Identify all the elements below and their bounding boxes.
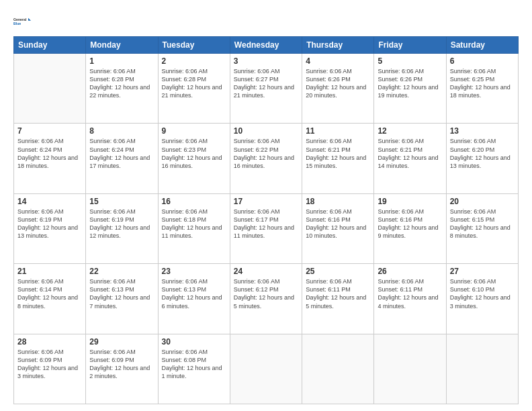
day-number: 25	[306, 267, 370, 276]
calendar-cell: 7Sunrise: 6:06 AMSunset: 6:24 PMDaylight…	[14, 124, 86, 193]
calendar-cell: 4Sunrise: 6:06 AMSunset: 6:26 PMDaylight…	[302, 54, 374, 124]
cell-sun-info: Sunrise: 6:06 AMSunset: 6:15 PMDaylight:…	[450, 208, 515, 240]
cell-sun-info: Sunrise: 6:06 AMSunset: 6:12 PMDaylight:…	[234, 277, 298, 310]
calendar-cell: 14Sunrise: 6:06 AMSunset: 6:19 PMDayligh…	[14, 193, 86, 263]
calendar-cell: 12Sunrise: 6:06 AMSunset: 6:21 PMDayligh…	[374, 124, 446, 193]
day-number: 1	[89, 56, 154, 66]
cell-sun-info: Sunrise: 6:06 AMSunset: 6:24 PMDaylight:…	[89, 137, 154, 170]
calendar-cell: 25Sunrise: 6:06 AMSunset: 6:11 PMDayligh…	[302, 264, 374, 334]
day-number: 29	[89, 337, 154, 347]
day-number: 7	[17, 126, 82, 136]
day-number: 17	[234, 197, 298, 206]
calendar-cell: 19Sunrise: 6:06 AMSunset: 6:16 PMDayligh…	[374, 193, 446, 263]
cell-sun-info: Sunrise: 6:06 AMSunset: 6:14 PMDaylight:…	[17, 277, 82, 310]
cell-sun-info: Sunrise: 6:06 AMSunset: 6:28 PMDaylight:…	[162, 67, 226, 100]
cell-sun-info: Sunrise: 6:06 AMSunset: 6:09 PMDaylight:…	[89, 348, 154, 381]
day-number: 5	[378, 56, 442, 66]
day-number: 8	[89, 126, 154, 136]
calendar-cell: 24Sunrise: 6:06 AMSunset: 6:12 PMDayligh…	[230, 264, 302, 334]
calendar-cell: 28Sunrise: 6:06 AMSunset: 6:09 PMDayligh…	[14, 334, 86, 404]
weekday-header-friday: Friday	[374, 37, 446, 54]
cell-sun-info: Sunrise: 6:06 AMSunset: 6:19 PMDaylight:…	[17, 208, 82, 240]
calendar-cell: 15Sunrise: 6:06 AMSunset: 6:19 PMDayligh…	[86, 193, 158, 263]
calendar-cell: 1Sunrise: 6:06 AMSunset: 6:28 PMDaylight…	[86, 54, 158, 124]
cell-sun-info: Sunrise: 6:06 AMSunset: 6:25 PMDaylight:…	[450, 67, 515, 100]
calendar-cell: 11Sunrise: 6:06 AMSunset: 6:21 PMDayligh…	[302, 124, 374, 193]
calendar-cell: 18Sunrise: 6:06 AMSunset: 6:16 PMDayligh…	[302, 193, 374, 263]
calendar-cell: 5Sunrise: 6:06 AMSunset: 6:26 PMDaylight…	[374, 54, 446, 124]
day-number: 24	[234, 267, 298, 276]
day-number: 10	[234, 126, 298, 136]
calendar-week-row: 1Sunrise: 6:06 AMSunset: 6:28 PMDaylight…	[14, 54, 519, 124]
cell-sun-info: Sunrise: 6:06 AMSunset: 6:16 PMDaylight:…	[378, 208, 442, 240]
page: GeneralBlue SundayMondayTuesdayWednesday…	[0, 0, 532, 411]
cell-sun-info: Sunrise: 6:06 AMSunset: 6:19 PMDaylight:…	[89, 208, 154, 240]
calendar-week-row: 14Sunrise: 6:06 AMSunset: 6:19 PMDayligh…	[14, 193, 519, 263]
day-number: 22	[89, 267, 154, 276]
cell-sun-info: Sunrise: 6:06 AMSunset: 6:27 PMDaylight:…	[234, 67, 298, 100]
calendar-cell: 3Sunrise: 6:06 AMSunset: 6:27 PMDaylight…	[230, 54, 302, 124]
calendar-cell: 20Sunrise: 6:06 AMSunset: 6:15 PMDayligh…	[446, 193, 518, 263]
day-number: 28	[17, 337, 82, 347]
weekday-header-wednesday: Wednesday	[230, 37, 302, 54]
day-number: 20	[450, 197, 515, 206]
day-number: 15	[89, 197, 154, 206]
day-number: 23	[162, 267, 226, 276]
calendar-cell: 26Sunrise: 6:06 AMSunset: 6:11 PMDayligh…	[374, 264, 446, 334]
cell-sun-info: Sunrise: 6:06 AMSunset: 6:18 PMDaylight:…	[162, 208, 226, 240]
cell-sun-info: Sunrise: 6:06 AMSunset: 6:17 PMDaylight:…	[234, 208, 298, 240]
calendar-cell: 21Sunrise: 6:06 AMSunset: 6:14 PMDayligh…	[14, 264, 86, 334]
svg-text:Blue: Blue	[13, 21, 21, 26]
cell-sun-info: Sunrise: 6:06 AMSunset: 6:11 PMDaylight:…	[306, 277, 370, 310]
weekday-header-sunday: Sunday	[14, 37, 86, 54]
calendar-cell	[302, 334, 374, 404]
cell-sun-info: Sunrise: 6:06 AMSunset: 6:11 PMDaylight:…	[378, 277, 442, 310]
calendar-cell: 23Sunrise: 6:06 AMSunset: 6:13 PMDayligh…	[158, 264, 230, 334]
cell-sun-info: Sunrise: 6:06 AMSunset: 6:21 PMDaylight:…	[378, 137, 442, 170]
day-number: 21	[17, 267, 82, 276]
calendar-cell: 16Sunrise: 6:06 AMSunset: 6:18 PMDayligh…	[158, 193, 230, 263]
cell-sun-info: Sunrise: 6:06 AMSunset: 6:16 PMDaylight:…	[306, 208, 370, 240]
calendar-cell	[14, 54, 86, 124]
calendar-cell: 30Sunrise: 6:06 AMSunset: 6:08 PMDayligh…	[158, 334, 230, 404]
calendar-cell: 9Sunrise: 6:06 AMSunset: 6:23 PMDaylight…	[158, 124, 230, 193]
day-number: 6	[450, 56, 515, 66]
calendar-week-row: 7Sunrise: 6:06 AMSunset: 6:24 PMDaylight…	[14, 124, 519, 193]
cell-sun-info: Sunrise: 6:06 AMSunset: 6:21 PMDaylight:…	[306, 137, 370, 170]
svg-marker-2	[28, 18, 31, 21]
logo-icon: GeneralBlue	[13, 12, 32, 31]
calendar-cell	[374, 334, 446, 404]
cell-sun-info: Sunrise: 6:06 AMSunset: 6:09 PMDaylight:…	[17, 348, 82, 381]
day-number: 14	[17, 197, 82, 206]
day-number: 2	[162, 56, 226, 66]
header: GeneralBlue	[13, 12, 519, 31]
day-number: 26	[378, 267, 442, 276]
weekday-header-row: SundayMondayTuesdayWednesdayThursdayFrid…	[14, 37, 519, 54]
svg-text:General: General	[13, 17, 27, 21]
cell-sun-info: Sunrise: 6:06 AMSunset: 6:28 PMDaylight:…	[89, 67, 154, 100]
calendar-cell: 6Sunrise: 6:06 AMSunset: 6:25 PMDaylight…	[446, 54, 518, 124]
calendar-cell: 17Sunrise: 6:06 AMSunset: 6:17 PMDayligh…	[230, 193, 302, 263]
day-number: 27	[450, 267, 515, 276]
day-number: 13	[450, 126, 515, 136]
cell-sun-info: Sunrise: 6:06 AMSunset: 6:22 PMDaylight:…	[234, 137, 298, 170]
calendar-cell: 27Sunrise: 6:06 AMSunset: 6:10 PMDayligh…	[446, 264, 518, 334]
day-number: 19	[378, 197, 442, 206]
weekday-header-saturday: Saturday	[446, 37, 518, 54]
day-number: 16	[162, 197, 226, 206]
day-number: 18	[306, 197, 370, 206]
calendar-cell: 10Sunrise: 6:06 AMSunset: 6:22 PMDayligh…	[230, 124, 302, 193]
day-number: 12	[378, 126, 442, 136]
weekday-header-monday: Monday	[86, 37, 158, 54]
day-number: 4	[306, 56, 370, 66]
cell-sun-info: Sunrise: 6:06 AMSunset: 6:08 PMDaylight:…	[162, 348, 226, 381]
calendar-table: SundayMondayTuesdayWednesdayThursdayFrid…	[13, 36, 519, 404]
cell-sun-info: Sunrise: 6:06 AMSunset: 6:26 PMDaylight:…	[306, 67, 370, 100]
cell-sun-info: Sunrise: 6:06 AMSunset: 6:20 PMDaylight:…	[450, 137, 515, 170]
cell-sun-info: Sunrise: 6:06 AMSunset: 6:23 PMDaylight:…	[162, 137, 226, 170]
calendar-cell	[230, 334, 302, 404]
day-number: 9	[162, 126, 226, 136]
weekday-header-thursday: Thursday	[302, 37, 374, 54]
day-number: 3	[234, 56, 298, 66]
calendar-cell: 13Sunrise: 6:06 AMSunset: 6:20 PMDayligh…	[446, 124, 518, 193]
